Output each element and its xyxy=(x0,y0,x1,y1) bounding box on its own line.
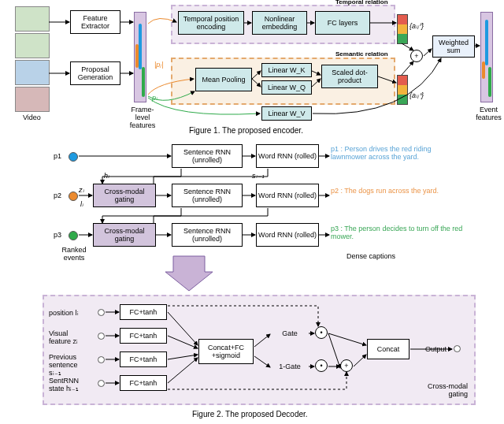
svg-line-34 xyxy=(168,355,198,359)
svg-line-32 xyxy=(168,312,198,345)
big-arrow-down-icon xyxy=(165,256,213,292)
fig2-detail-connectors xyxy=(43,295,472,402)
svg-line-9 xyxy=(312,71,321,75)
svg-line-37 xyxy=(254,356,270,367)
svg-line-36 xyxy=(254,334,270,347)
svg-line-40 xyxy=(328,333,340,368)
figure2-caption: Figure 2. The proposed Decoder. xyxy=(192,410,308,418)
svg-line-13 xyxy=(402,61,413,75)
svg-line-42 xyxy=(328,333,366,345)
fig2-top-connectors xyxy=(0,140,504,266)
svg-line-8 xyxy=(252,79,261,87)
svg-marker-27 xyxy=(165,256,213,291)
svg-line-33 xyxy=(168,336,198,348)
fig1-connectors xyxy=(0,0,504,138)
svg-line-10 xyxy=(312,79,321,87)
svg-line-35 xyxy=(168,358,198,383)
svg-line-11 xyxy=(378,76,396,83)
svg-line-14 xyxy=(424,49,432,56)
svg-line-43 xyxy=(354,355,366,366)
svg-line-7 xyxy=(252,71,261,79)
svg-line-12 xyxy=(402,43,413,50)
